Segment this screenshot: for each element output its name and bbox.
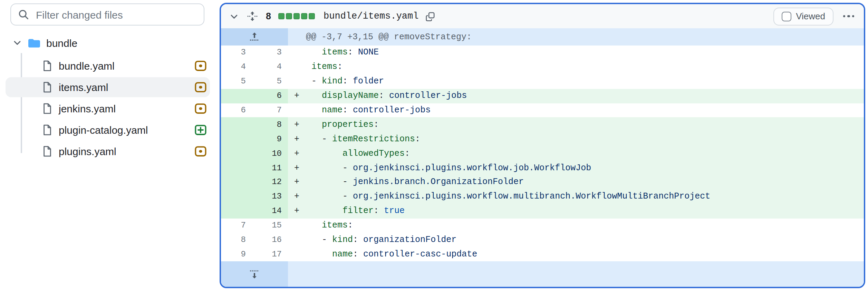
new-line-number[interactable]: 12: [254, 175, 288, 190]
new-line-number[interactable]: 16: [254, 233, 288, 247]
diff-line-row: 14+ filter: true: [221, 204, 864, 219]
viewed-label: Viewed: [796, 11, 825, 21]
diff-marker: +: [288, 89, 303, 103]
code-line: - kind: organizationFolder: [303, 233, 864, 247]
unfold-vertical-icon[interactable]: [247, 11, 258, 21]
old-line-number[interactable]: [221, 175, 254, 190]
hunk-header-row: @@ -3,7 +3,15 @@ removeStrategy:: [221, 28, 864, 46]
diffstat-square-addition: [278, 13, 284, 19]
new-line-number[interactable]: 3: [254, 46, 288, 60]
diff-added-icon: [195, 124, 206, 136]
code-line: - kind: folder: [303, 74, 864, 89]
copy-icon[interactable]: [426, 11, 435, 21]
tree-folder-bundle[interactable]: bundle: [0, 32, 215, 53]
old-line-number[interactable]: [221, 118, 254, 132]
old-line-number[interactable]: [221, 204, 254, 219]
diff-modified-icon: [195, 103, 206, 114]
old-line-number[interactable]: 9: [221, 247, 254, 262]
old-line-number[interactable]: 3: [221, 46, 254, 60]
diff-line-row: 12+ - jenkins.branch.OrganizationFolder: [221, 175, 864, 190]
diff-line-row: 13+ - org.jenkinsci.plugins.workflow.mul…: [221, 190, 864, 204]
new-line-number[interactable]: 6: [254, 89, 288, 103]
hunk-expander-row: [221, 262, 864, 287]
files-changed-view: bundle bundle.yamlitems.yamljenkins.yaml…: [0, 0, 868, 293]
tree-item-bundle.yaml[interactable]: bundle.yaml: [6, 56, 210, 76]
new-line-number[interactable]: 5: [254, 74, 288, 89]
file-outline-icon: [42, 124, 52, 136]
expand-down-icon[interactable]: [221, 262, 288, 287]
new-line-number[interactable]: 13: [254, 190, 288, 204]
diff-line-row: 6+ displayName: controller-jobs: [221, 89, 864, 103]
new-line-number[interactable]: 11: [254, 161, 288, 175]
old-line-number[interactable]: [221, 161, 254, 175]
diffstat-square-addition: [286, 13, 292, 19]
file-tree: bundle bundle.yamlitems.yamljenkins.yaml…: [0, 32, 215, 163]
diff-modified-icon: [195, 81, 206, 93]
code-line: filter: true: [303, 204, 864, 219]
diff-marker: [288, 74, 303, 89]
viewed-button[interactable]: Viewed: [773, 7, 833, 25]
diffstat-square-addition: [301, 13, 307, 19]
diff-modified-icon: [195, 145, 206, 157]
diff-modified-icon: [195, 60, 206, 72]
old-line-number[interactable]: [221, 190, 254, 204]
tree-item-plugin-catalog.yaml[interactable]: plugin-catalog.yaml: [6, 120, 210, 140]
diff-panel: 8 bundle/items.yaml Viewed @@ -3,7 +3,15…: [220, 3, 865, 288]
file-name: items.yaml: [59, 81, 108, 93]
tree-item-items.yaml[interactable]: items.yaml: [6, 77, 210, 97]
hunk-expander-filler: [288, 262, 864, 287]
chevron-down-icon: [12, 38, 22, 48]
new-line-number[interactable]: 4: [254, 60, 288, 74]
file-outline-icon: [42, 81, 52, 93]
new-line-number[interactable]: 14: [254, 204, 288, 219]
diff-line-row: 816 - kind: organizationFolder: [221, 233, 864, 247]
viewed-checkbox[interactable]: [781, 11, 791, 21]
expand-up-icon[interactable]: [221, 28, 288, 46]
old-line-number[interactable]: 7: [221, 218, 254, 233]
diff-marker: +: [288, 190, 303, 204]
tree-item-jenkins.yaml[interactable]: jenkins.yaml: [6, 99, 210, 119]
file-path: bundle/items.yaml: [324, 11, 418, 21]
diff-marker: +: [288, 204, 303, 219]
old-line-number[interactable]: [221, 89, 254, 103]
diff-marker: +: [288, 175, 303, 190]
diff-line-row: 917 name: controller-casc-update: [221, 247, 864, 262]
kebab-horizontal-icon[interactable]: [839, 7, 858, 25]
diff-marker: [288, 218, 303, 233]
diff-marker: [288, 60, 303, 74]
code-line: - itemRestrictions:: [303, 132, 864, 146]
new-line-number[interactable]: 8: [254, 118, 288, 132]
diff-body: @@ -3,7 +3,15 @@ removeStrategy:33 items…: [221, 28, 864, 287]
old-line-number[interactable]: [221, 132, 254, 146]
file-filter-box: [10, 3, 204, 26]
changes-count: 8: [266, 11, 271, 21]
diff-line-row: 715 items:: [221, 218, 864, 233]
diff-line-row: 44items:: [221, 60, 864, 74]
file-name: plugins.yaml: [59, 145, 116, 157]
diff-marker: +: [288, 132, 303, 146]
old-line-number[interactable]: [221, 146, 254, 161]
old-line-number[interactable]: 8: [221, 233, 254, 247]
filter-changed-files-input[interactable]: [35, 8, 197, 21]
new-line-number[interactable]: 9: [254, 132, 288, 146]
old-line-number[interactable]: 5: [221, 74, 254, 89]
diff-marker: +: [288, 118, 303, 132]
old-line-number[interactable]: 4: [221, 60, 254, 74]
diff-marker: [288, 103, 303, 118]
code-line: name: controller-jobs: [303, 103, 864, 118]
diff-marker: +: [288, 161, 303, 175]
tree-item-plugins.yaml[interactable]: plugins.yaml: [6, 141, 210, 161]
file-tree-sidebar: bundle bundle.yamlitems.yamljenkins.yaml…: [0, 0, 215, 293]
new-line-number[interactable]: 7: [254, 103, 288, 118]
collapse-file-button[interactable]: [229, 11, 239, 21]
folder-fill-icon: [28, 37, 40, 49]
diff-line-row: 10+ allowedTypes:: [221, 146, 864, 161]
new-line-number[interactable]: 17: [254, 247, 288, 262]
diff-marker: [288, 247, 303, 262]
new-line-number[interactable]: 15: [254, 218, 288, 233]
diff-line-row: 67 name: controller-jobs: [221, 103, 864, 118]
file-outline-icon: [42, 60, 52, 72]
old-line-number[interactable]: 6: [221, 103, 254, 118]
new-line-number[interactable]: 10: [254, 146, 288, 161]
file-outline-icon: [42, 145, 52, 157]
